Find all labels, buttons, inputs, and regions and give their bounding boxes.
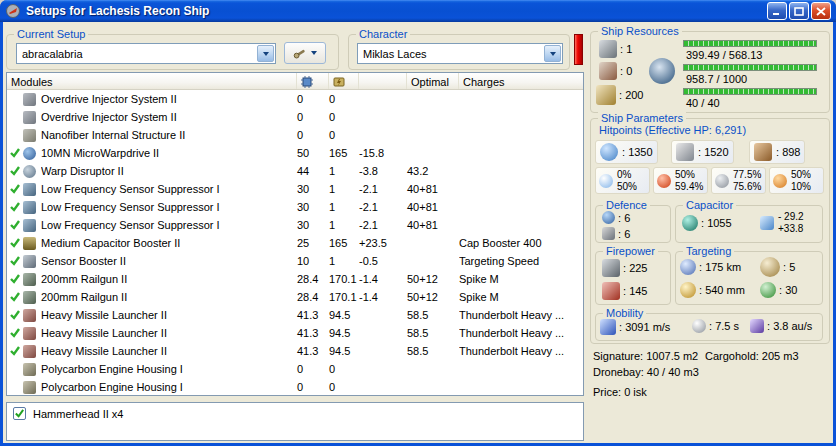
cargohold-text: Cargohold: 205 m3 xyxy=(705,350,799,362)
drones-panel: Hammerhead II x4 xyxy=(6,402,584,441)
module-name: Overdrive Injector System II xyxy=(41,93,297,105)
targeting-group: Targeting 175 km 540 mm 5 30 xyxy=(675,251,823,305)
setup-tools-button[interactable] xyxy=(284,42,326,64)
sensor-strength-icon xyxy=(760,282,776,298)
charges-column-header[interactable]: Charges xyxy=(459,73,583,89)
missile-firepower-icon xyxy=(602,282,620,300)
module-powergrid-value: 94.5 xyxy=(329,309,359,321)
module-row[interactable]: Heavy Missile Launcher II 41.3 94.5 58.5… xyxy=(7,306,583,324)
cpu-bar xyxy=(683,40,817,47)
active-check-icon xyxy=(9,183,21,195)
armor-resist-value: 59.4% xyxy=(675,181,703,193)
capacitor-amount-value: 1055 xyxy=(701,217,732,229)
maximize-button[interactable] xyxy=(789,2,809,20)
module-row[interactable]: Overdrive Injector System II 0 0 xyxy=(7,90,583,108)
resist-type-icon xyxy=(715,174,729,188)
active-check-icon xyxy=(9,309,21,321)
module-name: 200mm Railgun II xyxy=(41,291,297,303)
module-row[interactable]: Warp Disruptor II 44 1 -3.8 43.2 xyxy=(7,162,583,180)
close-button[interactable] xyxy=(811,2,831,20)
powergrid-bar-value: 958.7 / 1000 xyxy=(683,73,821,85)
firepower-group: Firepower 225 145 xyxy=(595,251,671,305)
module-type-icon xyxy=(23,183,36,196)
resist-cell: 77.5% 75.6% xyxy=(711,167,766,194)
cpu-bar-value: 399.49 / 568.13 xyxy=(683,49,821,61)
module-modifier-value: -1.4 xyxy=(359,273,407,285)
modifier-column-header xyxy=(359,73,407,89)
resist-type-icon xyxy=(657,174,671,188)
warp-speed-icon xyxy=(750,319,764,333)
module-cpu-value: 50 xyxy=(297,147,329,159)
module-type-icon xyxy=(23,165,36,178)
module-row[interactable]: Overdrive Injector System II 0 0 xyxy=(7,108,583,126)
capacitor-drain-value: - 29.2 xyxy=(778,211,804,223)
missile-firepower-value: 145 xyxy=(623,285,647,297)
title-bar[interactable]: Setups for Lachesis Recon Ship xyxy=(0,0,836,22)
module-type-icon xyxy=(23,363,36,376)
module-type-icon xyxy=(23,291,36,304)
minimize-button[interactable] xyxy=(767,2,787,20)
module-row[interactable]: Heavy Missile Launcher II 41.3 94.5 58.5… xyxy=(7,342,583,360)
module-row[interactable]: Low Frequency Sensor Suppressor I 30 1 -… xyxy=(7,198,583,216)
shield-defence-value: 6 xyxy=(618,212,630,224)
module-row[interactable]: Low Frequency Sensor Suppressor I 30 1 -… xyxy=(7,216,583,234)
max-targets-icon xyxy=(760,257,780,277)
module-charges-value: Spike M xyxy=(459,291,583,303)
cpu-column-header[interactable] xyxy=(297,73,329,89)
modules-column-header[interactable]: Modules xyxy=(7,73,297,89)
module-row[interactable]: Polycarbon Engine Housing I 0 0 xyxy=(7,360,583,378)
module-row[interactable]: Sensor Booster II 10 1 -0.5 Targeting Sp… xyxy=(7,252,583,270)
module-type-icon xyxy=(23,381,36,394)
module-name: Overdrive Injector System II xyxy=(41,111,297,123)
module-row[interactable]: 200mm Railgun II 28.4 170.1 -1.4 50+12 S… xyxy=(7,288,583,306)
price-text: Price: 0 isk xyxy=(593,386,647,398)
module-cpu-value: 0 xyxy=(297,129,329,141)
module-name: Warp Disruptor II xyxy=(41,165,297,177)
capacitor-title: Capacitor xyxy=(683,199,736,212)
module-cpu-value: 41.3 xyxy=(297,345,329,357)
character-label: Character xyxy=(356,28,410,41)
module-name: Sensor Booster II xyxy=(41,255,297,267)
dronebay-text: Dronebay: 40 / 40 m3 xyxy=(593,366,699,378)
module-optimal-value: 50+12 xyxy=(407,291,459,303)
module-row[interactable]: 200mm Railgun II 28.4 170.1 -1.4 50+12 S… xyxy=(7,270,583,288)
setup-combobox[interactable]: abracalabria xyxy=(16,43,276,64)
targeting-range-value: 175 km xyxy=(699,261,741,273)
module-name: Polycarbon Engine Housing I xyxy=(41,363,297,375)
module-modifier-value: -2.1 xyxy=(359,201,407,213)
dronebay-bar-value: 40 / 40 xyxy=(683,97,821,109)
setup-combobox-arrow-icon[interactable] xyxy=(257,45,274,62)
module-powergrid-value: 0 xyxy=(329,363,359,375)
hitpoints-title: Hitpoints (Effective HP: 6,291) xyxy=(599,124,746,136)
structure-hp-value: 898 xyxy=(776,146,800,158)
align-time-icon xyxy=(692,319,706,333)
module-powergrid-value: 165 xyxy=(329,237,359,249)
armor-defence: 6 xyxy=(602,227,630,240)
optimal-column-header[interactable]: Optimal xyxy=(407,73,459,89)
module-type-icon xyxy=(23,255,36,268)
module-row[interactable]: Polycarbon Engine Housing I 0 0 xyxy=(7,378,583,396)
powergrid-column-header[interactable] xyxy=(329,73,359,89)
module-cpu-value: 44 xyxy=(297,165,329,177)
module-row[interactable]: 10MN MicroWarpdrive II 50 165 -15.8 xyxy=(7,144,583,162)
drone-checkbox[interactable] xyxy=(13,407,26,420)
character-combobox-arrow-icon[interactable] xyxy=(544,45,561,62)
max-velocity: 3091 m/s xyxy=(600,319,670,335)
module-row[interactable]: Low Frequency Sensor Suppressor I 30 1 -… xyxy=(7,180,583,198)
shield-resist-value: 50% xyxy=(675,169,703,181)
module-name: Heavy Missile Launcher II xyxy=(41,309,297,321)
module-row[interactable]: Heavy Missile Launcher II 41.3 94.5 58.5… xyxy=(7,324,583,342)
capacitor-group: Capacitor 1055 - 29.2 +33.8 xyxy=(675,205,823,243)
module-row[interactable]: Nanofiber Internal Structure II 0 0 xyxy=(7,126,583,144)
turret-hardpoints-value: 1 xyxy=(620,43,632,55)
module-modifier-value: +23.5 xyxy=(359,237,407,249)
module-row[interactable]: Medium Capacitor Booster II 25 165 +23.5… xyxy=(7,234,583,252)
module-modifier-value: -3.8 xyxy=(359,165,407,177)
character-combobox[interactable]: Miklas Laces xyxy=(357,43,563,64)
sensor-strength: 30 xyxy=(760,282,797,298)
module-powergrid-value: 170.1 xyxy=(329,273,359,285)
align-time-value: 7.5 s xyxy=(709,320,739,332)
firepower-title: Firepower xyxy=(603,245,658,258)
active-check-icon xyxy=(9,165,21,177)
resist-cell: 0% 50% xyxy=(595,167,650,194)
